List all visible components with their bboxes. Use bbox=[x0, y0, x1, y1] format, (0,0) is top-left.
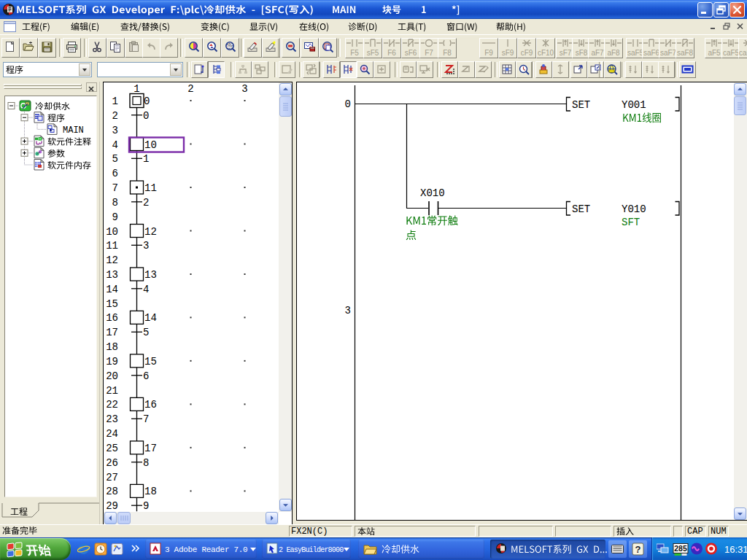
svg-text:29: 29 bbox=[106, 500, 118, 512]
svg-text:15: 15 bbox=[144, 356, 157, 368]
svg-text:10: 10 bbox=[106, 226, 118, 238]
svg-text:12: 12 bbox=[144, 226, 157, 238]
svg-text:18: 18 bbox=[144, 486, 157, 497]
svg-text:11: 11 bbox=[106, 240, 118, 252]
svg-text:17: 17 bbox=[106, 327, 118, 338]
svg-text:15: 15 bbox=[106, 298, 118, 310]
svg-text:3: 3 bbox=[345, 305, 351, 316]
svg-text:SET: SET bbox=[572, 99, 590, 111]
svg-text:17: 17 bbox=[144, 443, 157, 454]
svg-text:8: 8 bbox=[112, 197, 118, 209]
svg-text:9: 9 bbox=[112, 211, 118, 223]
svg-text:3: 3 bbox=[143, 240, 149, 252]
svg-text:14: 14 bbox=[106, 284, 118, 295]
svg-text:16: 16 bbox=[106, 312, 118, 324]
svg-text:X010: X010 bbox=[420, 187, 445, 199]
svg-text:10: 10 bbox=[144, 139, 157, 151]
svg-text:0: 0 bbox=[144, 96, 150, 107]
svg-text:21: 21 bbox=[106, 385, 118, 397]
svg-text:7: 7 bbox=[112, 182, 118, 194]
svg-text:1: 1 bbox=[133, 83, 139, 95]
svg-text:1: 1 bbox=[112, 96, 118, 107]
svg-text:2: 2 bbox=[112, 110, 118, 122]
svg-text:5: 5 bbox=[112, 153, 118, 165]
svg-text:19: 19 bbox=[106, 356, 118, 368]
svg-text:25: 25 bbox=[106, 443, 118, 454]
svg-text:1: 1 bbox=[143, 153, 149, 165]
svg-text:12: 12 bbox=[106, 254, 118, 266]
svg-text:2: 2 bbox=[187, 83, 193, 95]
svg-text:Y010: Y010 bbox=[622, 203, 646, 215]
svg-text:16: 16 bbox=[144, 399, 157, 411]
svg-text:6: 6 bbox=[112, 168, 118, 179]
svg-text:3: 3 bbox=[112, 125, 118, 136]
svg-text:4: 4 bbox=[143, 284, 149, 295]
svg-text:28: 28 bbox=[106, 486, 118, 497]
svg-text:Y001: Y001 bbox=[622, 99, 646, 111]
svg-text:14: 14 bbox=[144, 312, 157, 324]
svg-text:SFT: SFT bbox=[622, 217, 640, 228]
svg-text:11: 11 bbox=[144, 182, 157, 194]
svg-text:3: 3 bbox=[241, 83, 247, 95]
svg-text:0: 0 bbox=[143, 110, 149, 122]
svg-text:4: 4 bbox=[112, 139, 118, 151]
svg-text:?: ? bbox=[635, 544, 641, 555]
svg-text:13: 13 bbox=[144, 269, 157, 281]
svg-text:22: 22 bbox=[106, 399, 118, 411]
svg-text:23: 23 bbox=[106, 413, 118, 425]
svg-text:27: 27 bbox=[106, 472, 118, 483]
svg-text:285: 285 bbox=[674, 544, 687, 553]
svg-text:9: 9 bbox=[143, 500, 149, 512]
svg-text:24: 24 bbox=[106, 428, 118, 440]
svg-text:6: 6 bbox=[143, 370, 149, 382]
svg-text:5: 5 bbox=[143, 327, 149, 338]
svg-text:26: 26 bbox=[106, 457, 118, 469]
svg-text:8: 8 bbox=[143, 457, 149, 469]
svg-text:20: 20 bbox=[106, 370, 118, 382]
svg-text:7: 7 bbox=[143, 413, 149, 425]
svg-text:SET: SET bbox=[572, 203, 590, 215]
svg-text:2: 2 bbox=[143, 197, 149, 209]
svg-text:18: 18 bbox=[106, 341, 118, 353]
svg-text:13: 13 bbox=[106, 269, 118, 281]
svg-text:0: 0 bbox=[345, 98, 351, 110]
